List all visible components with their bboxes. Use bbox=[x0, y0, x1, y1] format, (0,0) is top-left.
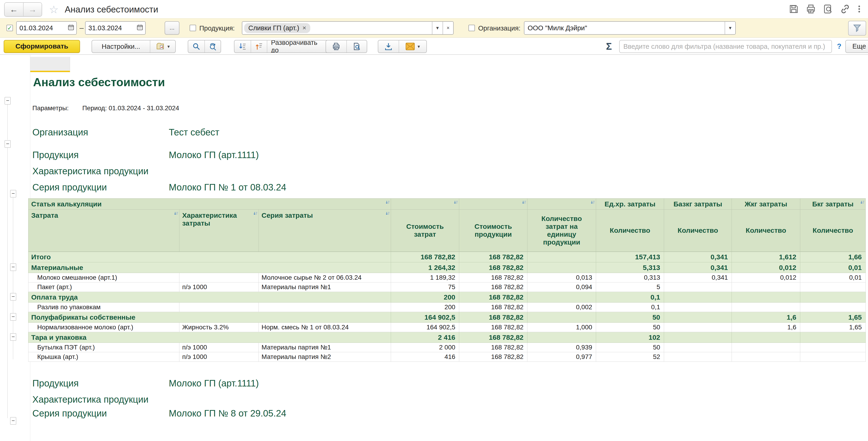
settings-button[interactable]: Настройки... bbox=[92, 40, 150, 53]
value-cell[interactable] bbox=[664, 303, 732, 312]
cost-item-cell[interactable]: Крышка (арт.) bbox=[28, 352, 179, 362]
value-cell[interactable] bbox=[527, 332, 596, 343]
cost-item-cell[interactable]: Нормализованное молоко (арт.) bbox=[28, 323, 179, 332]
expand-groups-button[interactable] bbox=[235, 40, 251, 53]
period-from-input[interactable] bbox=[17, 24, 58, 32]
value-cell[interactable] bbox=[732, 292, 800, 303]
value-cell[interactable] bbox=[800, 303, 866, 312]
value-cell[interactable]: 1,65 bbox=[800, 312, 866, 323]
search-button[interactable] bbox=[188, 40, 205, 53]
value-cell[interactable]: 168 782,82 bbox=[459, 343, 527, 352]
table-row[interactable]: Крышка (арт.)п/э 1000Материалы партия №2… bbox=[28, 352, 866, 362]
value-cell[interactable]: 164 902,5 bbox=[391, 323, 459, 332]
characteristic-cell[interactable]: п/э 1000 bbox=[179, 352, 259, 362]
value-cell[interactable]: 200 bbox=[391, 292, 459, 303]
value-cell[interactable]: 0,012 bbox=[732, 273, 800, 282]
value-cell[interactable] bbox=[800, 332, 866, 343]
product-filter-checkbox[interactable] bbox=[190, 25, 196, 31]
value-cell[interactable]: 50 bbox=[596, 343, 664, 352]
value-cell[interactable]: 168 782,82 bbox=[459, 312, 527, 323]
sort-icon[interactable] bbox=[590, 199, 595, 207]
value-cell[interactable]: 1 264,32 bbox=[391, 262, 459, 273]
save-result-button[interactable] bbox=[378, 40, 399, 53]
value-cell[interactable]: 0,341 bbox=[664, 273, 732, 282]
header-cost-item[interactable]: Затрата bbox=[28, 210, 179, 252]
selected-cell-marker[interactable] bbox=[30, 57, 70, 72]
value-cell[interactable]: 168 782,82 bbox=[459, 273, 527, 282]
value-cell[interactable]: 1,6 bbox=[732, 323, 800, 332]
series-cell[interactable]: Материалы партия №1 bbox=[259, 282, 391, 292]
more-menu-kebab-icon[interactable] bbox=[857, 4, 862, 14]
product-filter-combo[interactable]: Сливки ГП (арт.) × ▾ × bbox=[242, 21, 454, 35]
value-cell[interactable] bbox=[732, 343, 800, 352]
value-cell[interactable]: 200 bbox=[391, 303, 459, 312]
table-row[interactable]: Нормализованное молоко (арт.)Жирность 3.… bbox=[28, 323, 866, 332]
footer-product-value[interactable]: Молоко ГП (арт.1111) bbox=[169, 378, 259, 388]
table-row[interactable]: Молоко смешанное (арт.1)Молочное сырье №… bbox=[28, 273, 866, 282]
value-cell[interactable]: 5 bbox=[596, 282, 664, 292]
value-cell[interactable]: 0,1 bbox=[596, 303, 664, 312]
calendar-icon[interactable] bbox=[67, 24, 74, 32]
footer-series-value[interactable]: Молоко ГП № 8 от 29.05.24 bbox=[169, 408, 286, 418]
header-qty-bazkg[interactable]: Количество bbox=[664, 210, 732, 252]
value-cell[interactable] bbox=[664, 343, 732, 352]
sort-icon[interactable] bbox=[253, 210, 258, 218]
cost-item-cell[interactable]: Разлив по упаковкам bbox=[28, 303, 179, 312]
sort-icon[interactable] bbox=[385, 199, 390, 207]
group-collapse-toggle[interactable]: − bbox=[5, 140, 11, 148]
sort-icon[interactable] bbox=[454, 199, 459, 207]
org-filter-checkbox[interactable] bbox=[468, 25, 475, 31]
value-cell[interactable] bbox=[664, 312, 732, 323]
group-label-cell[interactable]: Итого bbox=[28, 252, 391, 262]
filter-settings-button[interactable] bbox=[848, 21, 866, 36]
header-zhkg-costs[interactable]: Жкг затраты bbox=[732, 198, 800, 210]
table-row[interactable]: Оплата труда200168 782,820,1 bbox=[28, 292, 866, 303]
value-cell[interactable]: 1,6 bbox=[732, 312, 800, 323]
value-cell[interactable]: 168 782,82 bbox=[459, 303, 527, 312]
table-row[interactable]: Бутылка ПЭТ (арт.)п/э 1000Материалы парт… bbox=[28, 343, 866, 352]
header-qty-zhkg[interactable]: Количество bbox=[732, 210, 800, 252]
value-cell[interactable]: 0,013 bbox=[527, 273, 596, 282]
value-cell[interactable]: 75 bbox=[391, 282, 459, 292]
characteristic-cell[interactable]: п/э 1000 bbox=[179, 282, 259, 292]
header-qty-bkg[interactable]: Количество bbox=[800, 210, 866, 252]
cost-item-cell[interactable]: Пакет (арт.) bbox=[28, 282, 179, 292]
value-cell[interactable]: 0,1 bbox=[596, 292, 664, 303]
header-bazkg-costs[interactable]: Базкг затраты bbox=[664, 198, 732, 210]
group-label-cell[interactable]: Полуфабрикаты собственные bbox=[28, 312, 391, 323]
product-tag-remove-icon[interactable]: × bbox=[303, 24, 306, 32]
sort-icon[interactable] bbox=[522, 199, 527, 207]
group-collapse-toggle[interactable]: − bbox=[10, 293, 16, 301]
sort-icon[interactable] bbox=[174, 210, 179, 218]
header-series[interactable]: Серия затраты bbox=[259, 210, 391, 252]
forward-button[interactable]: → bbox=[23, 3, 42, 16]
characteristic-cell[interactable]: Жирность 3.2% bbox=[179, 323, 259, 332]
print-preview-icon[interactable] bbox=[823, 4, 833, 14]
characteristic-cell[interactable] bbox=[179, 273, 259, 282]
value-cell[interactable] bbox=[664, 352, 732, 362]
group-collapse-toggle[interactable]: − bbox=[10, 417, 16, 424]
value-cell[interactable]: 168 782,82 bbox=[459, 323, 527, 332]
back-button[interactable]: ← bbox=[5, 3, 23, 16]
table-row[interactable]: Пакет (арт.)п/э 1000Материалы партия №17… bbox=[28, 282, 866, 292]
period-checkbox[interactable]: ✓ bbox=[6, 25, 13, 31]
search-next-button[interactable] bbox=[205, 40, 221, 53]
product-value[interactable]: Молоко ГП (арт.1111) bbox=[169, 150, 259, 160]
value-cell[interactable]: 168 782,82 bbox=[459, 282, 527, 292]
series-cell[interactable]: Материалы партия №1 bbox=[259, 343, 391, 352]
series-value[interactable]: Молоко ГП № 1 от 08.03.24 bbox=[169, 182, 286, 192]
header-unit-costs[interactable]: Ед.хр. затраты bbox=[596, 198, 664, 210]
value-cell[interactable] bbox=[527, 262, 596, 273]
autosum-sigma-icon[interactable]: Σ bbox=[606, 41, 612, 52]
series-cell[interactable] bbox=[259, 303, 391, 312]
value-cell[interactable]: 168 782,82 bbox=[459, 352, 527, 362]
value-cell[interactable] bbox=[800, 292, 866, 303]
sort-icon[interactable] bbox=[385, 210, 390, 218]
header-qty-unit[interactable]: Количество bbox=[596, 210, 664, 252]
series-cell[interactable]: Материалы партия №2 bbox=[259, 352, 391, 362]
value-cell[interactable]: 157,413 bbox=[596, 252, 664, 262]
calendar-icon[interactable] bbox=[136, 24, 143, 32]
value-cell[interactable] bbox=[732, 282, 800, 292]
print-button[interactable] bbox=[326, 40, 346, 53]
collapse-groups-button[interactable] bbox=[251, 40, 267, 53]
